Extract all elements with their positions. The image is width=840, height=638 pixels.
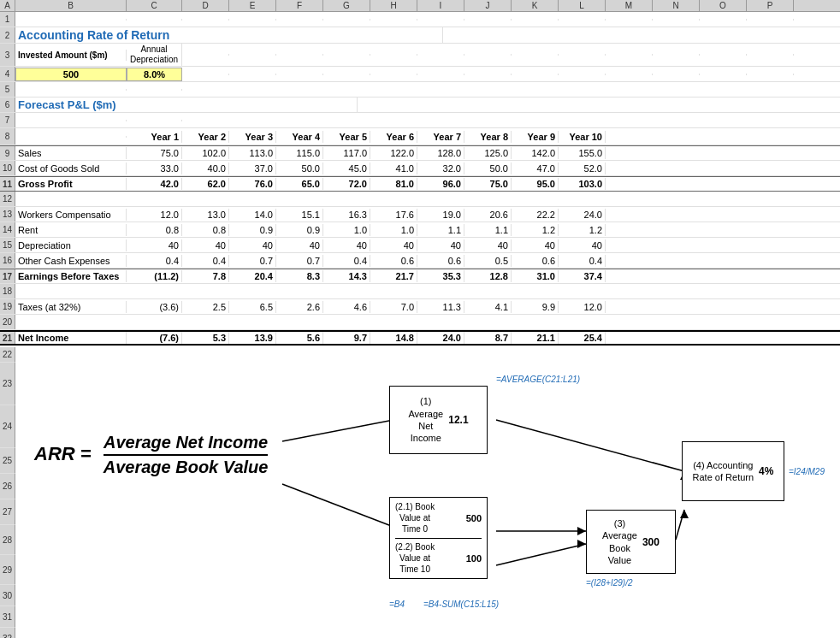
col-header-b: B: [15, 0, 127, 11]
cell-4b-invested[interactable]: 500: [15, 68, 127, 81]
cell-4d: [182, 74, 229, 75]
svg-marker-9: [577, 527, 586, 535]
cell-3p: [747, 54, 794, 56]
cogs-y2: 40.0: [182, 162, 229, 174]
col-header-f: F: [276, 0, 323, 11]
other-y7: 0.6: [417, 255, 464, 267]
sales-y2: 102.0: [182, 147, 229, 159]
cell-1g: [323, 19, 370, 21]
sales-y6: 122.0: [370, 147, 417, 159]
ebt-y10: 37.4: [559, 270, 606, 282]
cell-4o: [700, 74, 747, 75]
col-header-i: I: [417, 0, 464, 11]
diagram-area: ARR = Average Net Income Average Book Va…: [0, 347, 840, 621]
gross-y7: 96.0: [417, 178, 464, 190]
spreadsheet: A B C D E F G H I J K L M N O P 1 2: [0, 0, 840, 621]
dep-y8: 40: [464, 239, 512, 251]
sales-y7: 128.0: [417, 147, 464, 159]
row-19-taxes: 19 Taxes (at 32%) (3.6) 2.5 6.5 2.6 4.6 …: [0, 299, 840, 315]
year1-header: Year 1: [127, 131, 182, 143]
col-header-h: H: [370, 0, 417, 11]
dep-label: Depreciation: [15, 239, 127, 251]
formula-note-4: =I24/M29: [789, 467, 825, 476]
box-avg-book-value: (3)AverageBookValue 300: [586, 510, 676, 574]
other-y10: 0.4: [559, 255, 606, 267]
row-2: 2 Accounting Rate of Return: [0, 27, 840, 44]
ebt-y6: 21.7: [370, 270, 417, 282]
row-num-26: 26: [0, 474, 15, 499]
row-num-3: 3: [0, 44, 15, 66]
cell-3m: [606, 54, 653, 56]
row-6: 6 Forecast P&L ($m): [0, 97, 840, 113]
workers-y3: 14.0: [229, 209, 276, 221]
rent-y4: 0.9: [276, 224, 323, 236]
col-header-c: C: [127, 0, 182, 11]
taxes-y2: 2.5: [182, 301, 229, 313]
net-label: Net Income: [15, 332, 127, 344]
row-18: 18: [0, 284, 840, 299]
cogs-y9: 47.0: [512, 162, 559, 174]
row-num-16: 16: [0, 253, 15, 268]
ebt-y2: 7.8: [182, 270, 229, 282]
row-10-cogs: 10 Cost of Goods Sold 33.0 40.0 37.0 50.…: [0, 161, 840, 176]
other-label: Other Cash Expenses: [15, 255, 127, 267]
gross-y4: 65.0: [276, 178, 323, 190]
other-y5: 0.4: [323, 255, 370, 267]
box1-label: (1)AverageNetIncome: [408, 395, 443, 444]
cell-3b: Invested Amount ($m): [15, 50, 127, 61]
sales-y5: 117.0: [323, 147, 370, 159]
cell-4h: [370, 74, 417, 75]
cogs-y6: 41.0: [370, 162, 417, 174]
row-num-17: 17: [0, 269, 15, 283]
sales-label: Sales: [15, 147, 127, 159]
cogs-y3: 37.0: [229, 162, 276, 174]
taxes-y5: 4.6: [323, 301, 370, 313]
gross-y5: 72.0: [323, 178, 370, 190]
col-header-g: G: [323, 0, 370, 11]
taxes-y1: (3.6): [127, 301, 182, 313]
year5-header: Year 5: [323, 131, 370, 143]
cell-4c-dep[interactable]: 8.0%: [127, 68, 182, 81]
cell-1f: [276, 19, 323, 21]
net-y10: 25.4: [559, 332, 606, 344]
col-header-d: D: [182, 0, 229, 11]
rent-y8: 1.1: [464, 224, 512, 236]
rent-y2: 0.8: [182, 224, 229, 236]
row-num-8: 8: [0, 128, 15, 145]
gross-y9: 95.0: [512, 178, 559, 190]
cell-3e: [229, 54, 276, 56]
cell-1k: [512, 19, 559, 21]
col-header-m: M: [606, 0, 653, 11]
dep-y9: 40: [512, 239, 559, 251]
sales-y4: 115.0: [276, 147, 323, 159]
other-y9: 0.6: [512, 255, 559, 267]
gross-y2: 62.0: [182, 178, 229, 190]
cell-1d: [182, 19, 229, 21]
cell-1h: [370, 19, 417, 21]
cell-3f: [276, 54, 323, 56]
row-17-ebt: 17 Earnings Before Taxes (11.2) 7.8 20.4…: [0, 269, 840, 284]
formula21-text: =B4: [389, 600, 405, 609]
box1-value: 12.1: [448, 414, 468, 426]
sales-y8: 125.0: [464, 147, 512, 159]
box3-label-text: (3)AverageBookValue: [602, 518, 637, 565]
year8-header: Year 8: [464, 131, 512, 143]
year9-header: Year 9: [512, 131, 559, 143]
dep-y5: 40: [323, 239, 370, 251]
taxes-y6: 7.0: [370, 301, 417, 313]
other-y3: 0.7: [229, 255, 276, 267]
row-num-9: 9: [0, 146, 15, 160]
svg-line-1: [496, 420, 684, 471]
svg-marker-10: [577, 540, 586, 548]
cell-1b: [15, 19, 127, 21]
cell-4e: [229, 74, 276, 75]
net-y4: 5.6: [276, 332, 323, 344]
forecast-title: Forecast P&L ($m): [15, 97, 358, 112]
col-header-n: N: [653, 0, 700, 11]
row-5: 5: [0, 82, 840, 97]
svg-marker-11: [680, 510, 689, 518]
cell-3l: [559, 54, 606, 56]
year10-header: Year 10: [559, 131, 606, 143]
diagram-row-nums: 22 23 24 25 26 27 28 29 30 31 32: [0, 347, 15, 638]
cogs-label: Cost of Goods Sold: [15, 162, 127, 174]
